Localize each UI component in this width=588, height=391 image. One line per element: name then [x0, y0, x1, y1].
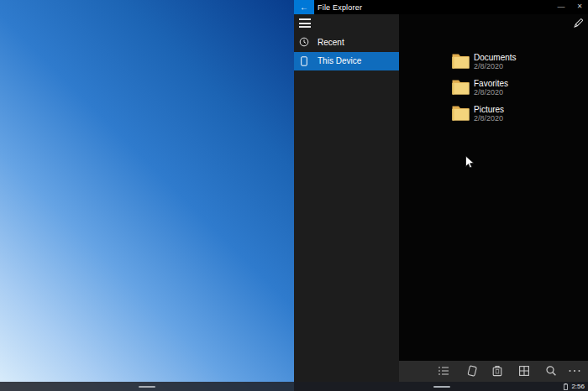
taskbar: 2:56 [0, 382, 588, 391]
minimize-button[interactable]: — [553, 0, 570, 14]
folder-date: 2/8/2020 [474, 88, 508, 97]
content-pane: Documents 2/8/2020 Favorites 2/8/2020 [399, 14, 588, 361]
search-icon [545, 365, 557, 377]
device-icon [299, 56, 309, 66]
window-title: File Explorer [318, 3, 362, 12]
rename-edit-button[interactable] [571, 17, 585, 30]
grid-view-icon [518, 365, 530, 377]
screen: ← File Explorer — ✕ Recent [0, 0, 588, 391]
folder-item-documents[interactable]: Documents 2/8/2020 [452, 52, 517, 70]
taskbar-app-indicator-right[interactable] [433, 386, 450, 388]
app-command-bar [399, 361, 588, 382]
search-button[interactable] [543, 363, 559, 379]
titlebar: ← File Explorer — ✕ [294, 0, 588, 14]
battery-icon [564, 383, 568, 390]
file-explorer-window: ← File Explorer — ✕ Recent [294, 0, 588, 382]
hamburger-menu-icon[interactable] [299, 18, 316, 32]
nav-item-label: Recent [318, 38, 344, 47]
details-list-icon [438, 365, 449, 377]
back-button[interactable]: ← [294, 0, 314, 14]
more-icon [568, 365, 581, 377]
select-button[interactable] [464, 363, 480, 379]
folder-name: Documents [474, 53, 517, 62]
folder-icon [452, 104, 470, 121]
paste-icon [491, 365, 503, 377]
nav-pane: Recent This Device [294, 14, 399, 382]
folder-name: Pictures [474, 105, 504, 114]
folder-name: Favorites [474, 79, 508, 88]
paste-button[interactable] [489, 363, 506, 379]
select-icon [466, 365, 478, 377]
folder-icon [452, 52, 470, 69]
folder-list: Documents 2/8/2020 Favorites 2/8/2020 [452, 52, 517, 130]
folder-item-pictures[interactable]: Pictures 2/8/2020 [452, 104, 517, 123]
taskbar-clock[interactable]: 2:56 [571, 382, 585, 391]
nav-item-this-device[interactable]: This Device [294, 52, 399, 71]
details-list-view-button[interactable] [435, 363, 452, 379]
folder-icon [452, 78, 470, 95]
folder-item-favorites[interactable]: Favorites 2/8/2020 [452, 78, 517, 96]
folder-date: 2/8/2020 [474, 62, 517, 71]
pencil-icon [571, 17, 585, 30]
nav-item-label: This Device [318, 56, 361, 65]
mouse-cursor [465, 155, 475, 169]
desktop-wallpaper [0, 0, 294, 391]
folder-date: 2/8/2020 [474, 114, 504, 123]
nav-items: Recent This Device [294, 33, 399, 70]
close-button[interactable]: ✕ [571, 0, 588, 14]
more-button[interactable] [566, 363, 583, 379]
clock-icon [299, 37, 309, 47]
grid-view-button[interactable] [516, 363, 533, 379]
nav-item-recent[interactable]: Recent [294, 33, 399, 52]
taskbar-app-indicator-left[interactable] [139, 386, 155, 388]
